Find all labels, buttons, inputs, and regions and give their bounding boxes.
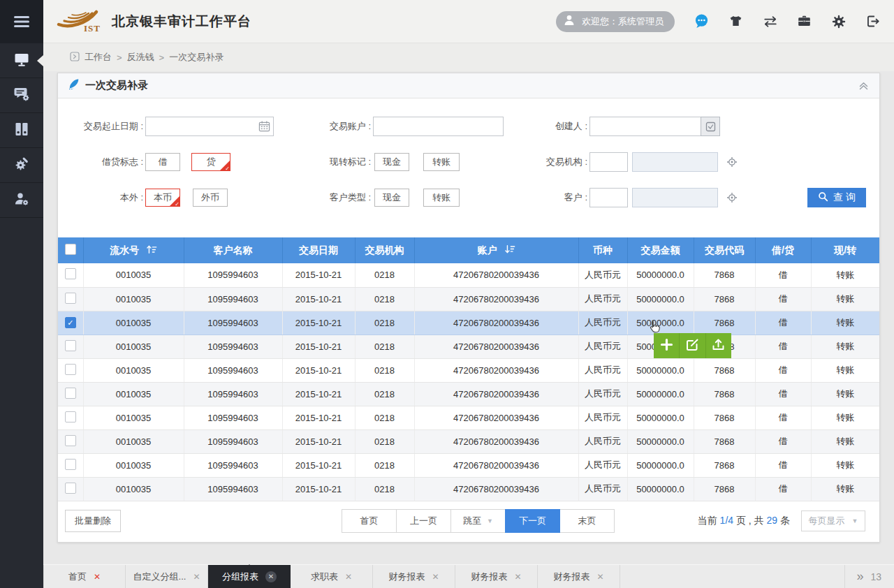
sidebar-item-archives[interactable] — [0, 113, 43, 148]
table-row[interactable]: 001003510959946032015-10-210218472067802… — [58, 382, 879, 406]
org-picker-icon[interactable] — [726, 156, 738, 168]
row-checkbox[interactable] — [65, 459, 76, 470]
row-checkbox[interactable] — [65, 364, 76, 375]
tab-财务报表[interactable]: 财务报表✕ — [455, 565, 538, 588]
close-icon[interactable]: ✕ — [94, 573, 101, 581]
message-icon[interactable] — [684, 13, 719, 29]
table-row[interactable]: 001003510959946032015-10-210218472067802… — [58, 477, 879, 501]
currency-option-foreign[interactable]: 外币 — [193, 189, 228, 207]
table-cell: 1095994603 — [184, 358, 282, 382]
select-all-checkbox[interactable] — [65, 244, 76, 255]
row-checkbox[interactable] — [65, 388, 76, 399]
column-account[interactable]: 账户 — [414, 237, 578, 263]
batch-delete-button[interactable]: 批量删除 — [65, 510, 121, 532]
jump-to-page-dropdown[interactable]: 跳至▼ — [450, 509, 506, 533]
theme-icon[interactable] — [719, 14, 753, 29]
upload-icon-button[interactable] — [706, 333, 731, 358]
page-title: 北京银丰审计工作平台 — [112, 13, 251, 31]
table-cell: 1095994603 — [184, 311, 282, 335]
table-cell: 0218 — [355, 311, 414, 335]
next-page-button[interactable]: 下一页 — [505, 509, 560, 533]
tab-首页[interactable]: 首页✕ — [43, 565, 126, 588]
row-checkbox[interactable] — [65, 268, 76, 279]
row-checkbox-cell — [58, 382, 83, 406]
close-icon[interactable]: ✕ — [265, 571, 277, 582]
breadcrumb-item-aml[interactable]: 反洗钱 — [127, 51, 154, 64]
customer-picker-icon[interactable] — [726, 192, 738, 203]
table-row[interactable]: 001003510959946032015-10-210218472067802… — [58, 335, 879, 358]
sidebar-item-users[interactable] — [0, 183, 43, 218]
page-size-dropdown[interactable]: 每页显示▼ — [801, 510, 865, 531]
trade-org-code-input[interactable] — [589, 152, 628, 172]
sidebar-item-tools[interactable] — [0, 148, 43, 183]
cash-transfer-option-transfer[interactable]: 转账 — [423, 153, 460, 171]
sidebar-item-messages[interactable] — [0, 78, 43, 113]
switch-icon[interactable] — [753, 14, 787, 29]
close-icon[interactable]: ✕ — [514, 573, 521, 581]
close-icon[interactable]: ✕ — [193, 573, 200, 581]
table-row[interactable]: 001003510959946032015-10-210218472067802… — [58, 453, 879, 477]
logout-icon[interactable] — [856, 14, 890, 29]
customer-type-option-transfer[interactable]: 转账 — [423, 189, 460, 207]
row-checkbox[interactable] — [65, 483, 76, 494]
cash-transfer-option-cash[interactable]: 现金 — [374, 153, 409, 171]
row-checkbox[interactable] — [65, 411, 76, 422]
select-all-header[interactable] — [58, 237, 83, 263]
first-page-button[interactable]: 首页 — [342, 509, 397, 533]
currency-option-local[interactable]: 本币 — [145, 189, 180, 207]
row-checkbox[interactable] — [65, 293, 76, 304]
table-row[interactable]: 001003510959946032015-10-210218472067802… — [58, 429, 879, 453]
edit-row-button[interactable] — [680, 333, 705, 358]
close-icon[interactable]: ✕ — [432, 573, 439, 581]
table-cell: 转账 — [811, 382, 879, 406]
table-cell: 47206780200039436 — [414, 429, 578, 453]
row-checkbox[interactable] — [65, 340, 76, 351]
table-cell: 50000000.0 — [627, 382, 694, 406]
loan-flag-option-debit[interactable]: 借 — [145, 153, 180, 171]
calendar-icon[interactable] — [258, 120, 270, 135]
tab-财务报表[interactable]: 财务报表✕ — [373, 565, 455, 588]
chevron-down-icon: ▼ — [852, 517, 858, 524]
row-checkbox[interactable] — [65, 435, 76, 446]
loan-flag-label: 借贷标志 : — [58, 156, 143, 168]
settings-icon[interactable] — [821, 14, 856, 29]
table-row[interactable]: ✓001003510959946032015-10-21021847206780… — [58, 311, 879, 335]
tab-自定义分组...[interactable]: 自定义分组...✕ — [126, 565, 208, 588]
tab-财务报表[interactable]: 财务报表✕ — [538, 565, 620, 588]
trade-account-input[interactable] — [373, 117, 504, 136]
breadcrumb-item-current[interactable]: 一次交易补录 — [169, 51, 224, 64]
tab-overflow[interactable]: » 13 — [844, 565, 894, 588]
briefcase-icon[interactable] — [787, 14, 821, 29]
tab-求职表[interactable]: 求职表✕ — [291, 565, 373, 588]
sort-desc-icon[interactable] — [504, 244, 515, 257]
last-page-button[interactable]: 末页 — [559, 509, 615, 533]
table-cell: 0218 — [355, 287, 414, 311]
date-range-input[interactable] — [145, 117, 274, 136]
tab-分组报表[interactable]: 分组报表✕ — [208, 565, 291, 588]
search-button[interactable]: 查 询 — [807, 188, 866, 207]
table-row[interactable]: 001003510959946032015-10-210218472067802… — [58, 358, 879, 382]
collapse-icon[interactable] — [858, 80, 870, 91]
column-serial[interactable]: 流水号 — [83, 237, 184, 263]
table-row[interactable]: 001003510959946032015-10-210218472067802… — [58, 263, 879, 287]
user-welcome-badge[interactable]: 欢迎您：系统管理员 — [556, 11, 675, 32]
table-cell: 7868 — [694, 406, 755, 429]
close-icon[interactable]: ✕ — [345, 573, 352, 581]
sort-asc-icon[interactable] — [146, 244, 157, 257]
prev-page-button[interactable]: 上一页 — [396, 509, 451, 533]
sidebar-item-workbench[interactable] — [0, 43, 43, 78]
close-icon[interactable]: ✕ — [596, 573, 603, 581]
table-row[interactable]: 001003510959946032015-10-210218472067802… — [58, 406, 879, 429]
customer-code-input[interactable] — [589, 188, 628, 207]
table-row[interactable]: 001003510959946032015-10-210218472067802… — [58, 287, 879, 311]
customer-type-option-cash[interactable]: 现金 — [374, 189, 409, 207]
creator-picker-button[interactable] — [701, 117, 720, 136]
breadcrumb-item-workbench[interactable]: 工作台 — [85, 51, 112, 64]
menu-icon[interactable] — [0, 0, 43, 43]
row-checkbox[interactable]: ✓ — [65, 317, 76, 328]
double-chevron-right-icon[interactable]: » — [856, 569, 863, 584]
table-cell: 0010035 — [83, 335, 184, 358]
loan-flag-option-credit[interactable]: 贷 — [191, 153, 230, 171]
creator-input[interactable] — [589, 117, 701, 136]
add-row-button[interactable] — [654, 333, 680, 358]
